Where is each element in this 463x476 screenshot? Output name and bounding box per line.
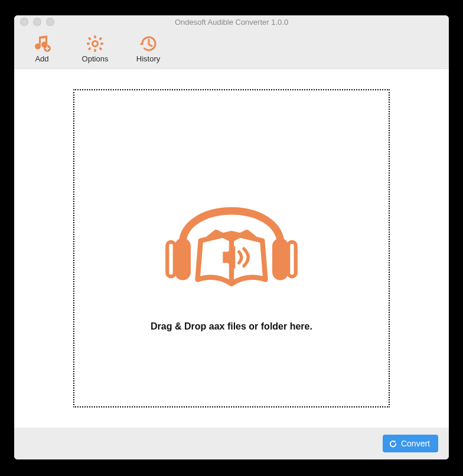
headphones-audiobook-icon	[164, 165, 299, 304]
options-button[interactable]: Options	[77, 34, 113, 63]
convert-label: Convert	[401, 439, 430, 448]
svg-rect-7	[88, 37, 92, 40]
app-window: Ondesoft Audible Converter 1.0.0 Add	[14, 15, 449, 459]
history-icon	[139, 34, 158, 53]
history-label: History	[136, 54, 160, 63]
toolbar: Add Options	[14, 28, 449, 69]
svg-rect-14	[288, 242, 296, 276]
traffic-lights	[14, 18, 54, 26]
content-area: Drag & Drop aax files or folder here.	[14, 69, 449, 428]
dropzone[interactable]: Drag & Drop aax files or folder here.	[73, 89, 390, 407]
add-button[interactable]: Add	[24, 34, 60, 63]
titlebar: Ondesoft Audible Converter 1.0.0	[14, 15, 449, 28]
options-label: Options	[82, 54, 109, 63]
svg-rect-6	[100, 43, 103, 44]
svg-rect-11	[175, 238, 191, 280]
svg-rect-9	[99, 37, 102, 40]
window-title: Ondesoft Audible Converter 1.0.0	[14, 18, 449, 27]
minimize-window-button[interactable]	[33, 18, 41, 26]
svg-rect-5	[87, 43, 90, 44]
svg-rect-13	[167, 242, 175, 276]
svg-rect-10	[88, 47, 92, 50]
history-button[interactable]: History	[130, 34, 167, 63]
svg-rect-4	[94, 49, 96, 52]
close-window-button[interactable]	[20, 18, 28, 26]
footer: Convert	[14, 428, 449, 459]
svg-rect-3	[94, 35, 96, 38]
gear-icon	[86, 34, 105, 53]
refresh-icon	[389, 439, 397, 448]
add-label: Add	[35, 54, 48, 63]
convert-button[interactable]: Convert	[383, 435, 438, 452]
zoom-window-button[interactable]	[46, 18, 54, 26]
svg-rect-12	[272, 238, 288, 280]
svg-rect-2	[45, 48, 50, 49]
dropzone-text: Drag & Drop aax files or folder here.	[151, 321, 312, 332]
music-add-icon	[32, 34, 51, 53]
svg-rect-8	[99, 47, 102, 50]
